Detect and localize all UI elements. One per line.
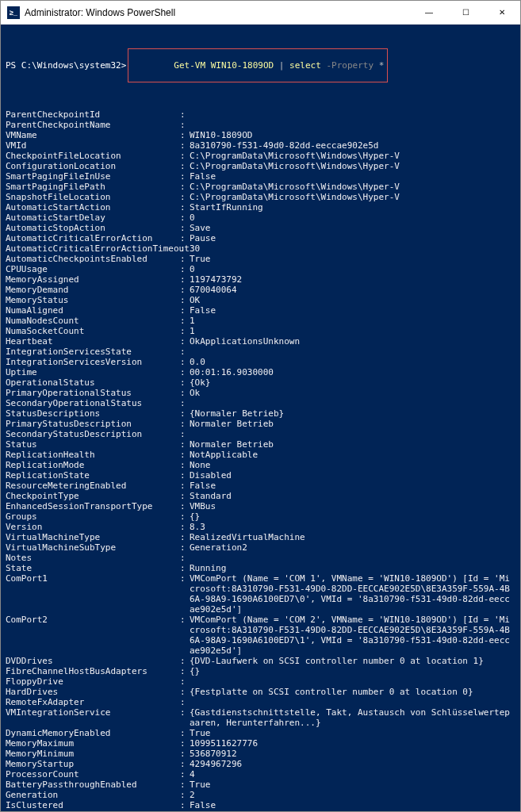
property-key: RemoteFxAdapter xyxy=(6,697,180,707)
output-line: VirtualMachineSubType: Generation2 xyxy=(6,542,515,553)
titlebar[interactable]: ≥_ Administrator: Windows PowerShell — ☐… xyxy=(1,1,520,25)
property-separator: : xyxy=(180,151,190,161)
property-separator: : xyxy=(180,357,190,367)
property-key: IntegrationServicesVersion xyxy=(6,357,180,367)
property-value: 4 xyxy=(190,769,195,779)
console-output: ParentCheckpointId: ParentCheckpointName… xyxy=(6,109,515,811)
property-key: VirtualMachineSubType xyxy=(6,542,180,553)
close-button[interactable]: ✕ xyxy=(484,1,520,24)
output-line: MemoryStatus: OK xyxy=(6,295,515,305)
property-value: True xyxy=(190,779,211,790)
property-value: OK xyxy=(190,295,200,305)
property-value: {Normaler Betrieb} xyxy=(190,408,284,419)
output-line: AutomaticCriticalErrorAction: Pause xyxy=(6,233,515,243)
maximize-button[interactable]: ☐ xyxy=(447,1,484,24)
output-line: AutomaticCheckpointsEnabled: True xyxy=(6,254,515,264)
property-value: 8a310790-f531-49d0-82dd-eeccae902e5d xyxy=(190,140,378,151)
output-line: SecondaryOperationalStatus: xyxy=(6,398,515,408)
property-separator: : xyxy=(180,171,190,182)
property-key: CPUUsage xyxy=(6,264,180,274)
property-value: 536870912 xyxy=(190,749,237,759)
property-key: Status xyxy=(6,439,180,450)
cmd-select: select xyxy=(289,60,321,71)
property-value: True xyxy=(190,254,211,264)
property-key: ParentCheckpointName xyxy=(6,120,180,130)
output-line: ReplicationHealth: NotApplicable xyxy=(6,450,515,460)
property-key: FibreChannelHostBusAdapters xyxy=(6,666,180,676)
property-value: 4294967296 xyxy=(190,759,242,769)
property-key: EnhancedSessionTransportType xyxy=(6,501,180,511)
property-key: VMIntegrationService xyxy=(6,707,180,728)
property-separator: : xyxy=(180,274,190,285)
output-line: MemoryAssigned: 1197473792 xyxy=(6,274,515,285)
property-separator: : xyxy=(180,676,190,687)
property-key: AutomaticCheckpointsEnabled xyxy=(6,254,180,264)
property-separator: : xyxy=(180,615,190,656)
output-line: ProcessorCount: 4 xyxy=(6,769,515,779)
property-separator: : xyxy=(180,192,190,202)
output-line: NumaNodesCount: 1 xyxy=(6,316,515,326)
property-key: SmartPagingFileInUse xyxy=(6,171,180,182)
property-key: NumaAligned xyxy=(6,305,180,316)
property-key: AutomaticCriticalErrorAction xyxy=(6,233,180,243)
property-key: AutomaticStartDelay xyxy=(6,213,180,223)
output-line: ParentSnapshotId: xyxy=(6,810,515,811)
property-value: Standard xyxy=(190,491,232,501)
property-value: Normaler Betrieb xyxy=(190,439,274,450)
property-separator: : xyxy=(180,553,190,563)
property-separator: : xyxy=(180,460,190,470)
property-value: 1099511627776 xyxy=(190,738,258,749)
minimize-button[interactable]: — xyxy=(411,1,447,24)
property-value: C:\ProgramData\Microsoft\Windows\Hyper-V xyxy=(190,182,400,192)
output-line: NumaAligned: False xyxy=(6,305,515,316)
property-separator: : xyxy=(180,295,190,305)
output-line: ConfigurationLocation: C:\ProgramData\Mi… xyxy=(6,161,515,171)
property-key: PrimaryStatusDescription xyxy=(6,419,180,429)
output-line: FloppyDrive: xyxy=(6,676,515,687)
property-separator: : xyxy=(180,161,190,171)
output-line: Groups: {} xyxy=(6,511,515,522)
property-separator: : xyxy=(180,450,190,460)
property-separator: : xyxy=(180,759,190,769)
property-key: OperationalStatus xyxy=(6,377,180,388)
property-value: RealizedVirtualMachine xyxy=(190,532,305,542)
property-key: ProcessorCount xyxy=(6,769,180,779)
console-area[interactable]: PS C:\Windows\system32> Get-VM WIN10-180… xyxy=(1,25,520,811)
output-line: IntegrationServicesVersion: 0.0 xyxy=(6,357,515,367)
property-separator: : xyxy=(180,738,190,749)
property-separator: : xyxy=(180,481,190,491)
output-line: MemoryStartup: 4294967296 xyxy=(6,759,515,769)
output-line: VMId: 8a310790-f531-49d0-82dd-eeccae902e… xyxy=(6,140,515,151)
output-line: HardDrives: {Festplatte on SCSI controll… xyxy=(6,687,515,697)
property-value: C:\ProgramData\Microsoft\Windows\Hyper-V xyxy=(190,161,400,171)
output-line: Generation: 2 xyxy=(6,790,515,800)
property-value: Save xyxy=(190,223,211,233)
property-value: False xyxy=(190,481,216,491)
property-key: PrimaryOperationalStatus xyxy=(6,388,180,398)
property-key: VMId xyxy=(6,140,180,151)
property-separator: : xyxy=(180,800,190,810)
property-key: MemoryStartup xyxy=(6,759,180,769)
property-value: 00:01:16.9030000 xyxy=(190,367,274,377)
cmd-pipe: | xyxy=(274,60,289,71)
property-key: Generation xyxy=(6,790,180,800)
property-separator: : xyxy=(180,687,190,697)
property-separator: : xyxy=(180,810,190,811)
property-separator: : xyxy=(180,233,190,243)
property-key: ReplicationMode xyxy=(6,460,180,470)
property-key: FloppyDrive xyxy=(6,676,180,687)
property-separator: : xyxy=(180,573,190,615)
property-separator: : xyxy=(180,130,190,140)
output-line: IsClustered: False xyxy=(6,800,515,810)
prompt-line: PS C:\Windows\system32> Get-VM WIN10-180… xyxy=(6,48,515,82)
property-key: MemoryDemand xyxy=(6,285,180,295)
property-separator: : xyxy=(180,749,190,759)
property-value: 30 xyxy=(190,243,200,254)
property-key: HardDrives xyxy=(6,687,180,697)
output-line: SnapshotFileLocation: C:\ProgramData\Mic… xyxy=(6,192,515,202)
property-value: Normaler Betrieb xyxy=(190,419,274,429)
property-separator: : xyxy=(180,429,190,439)
property-separator: : xyxy=(180,522,190,532)
property-value: 0 xyxy=(190,264,195,274)
property-key: ReplicationHealth xyxy=(6,450,180,460)
